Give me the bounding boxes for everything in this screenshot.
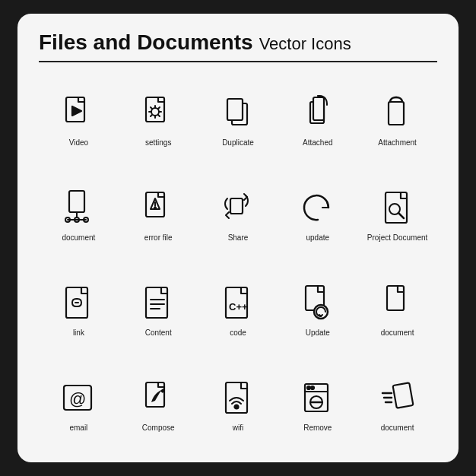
icon-cell-attachment: Attachment: [357, 75, 437, 163]
icon-error-file: [136, 186, 180, 230]
icons-grid: Video settings Duplicate Atta: [39, 75, 437, 449]
icon-project-document: [376, 186, 420, 230]
svg-rect-52: [392, 382, 413, 408]
icon-remove: [296, 376, 340, 420]
icon-label-settings: settings: [145, 138, 171, 148]
icon-label-document-flying: document: [381, 424, 414, 433]
svg-rect-40: [387, 286, 404, 310]
svg-point-25: [154, 208, 156, 209]
icon-label-update-circle: update: [306, 233, 329, 243]
icon-compose: [136, 376, 180, 420]
svg-marker-1: [72, 106, 81, 116]
svg-rect-13: [227, 99, 243, 120]
icon-cell-update-circle: update: [278, 170, 357, 259]
svg-line-8: [151, 107, 152, 109]
svg-text:@: @: [69, 389, 86, 408]
icon-label-compose: Compose: [142, 424, 175, 433]
icon-cell-link: link: [39, 265, 119, 354]
card: Files and Documents Vector Icons Video s…: [17, 14, 459, 462]
icon-cell-code: C++ code: [198, 265, 278, 354]
svg-rect-43: [146, 382, 164, 407]
svg-rect-26: [230, 198, 243, 214]
icon-cell-content: Content: [119, 265, 198, 354]
icon-label-share: Share: [228, 233, 249, 243]
icon-cell-wifi: wifi: [198, 360, 278, 449]
icon-cell-document-network: document: [39, 170, 119, 259]
icon-label-attached: Attached: [303, 138, 332, 148]
icon-cell-compose: Compose: [119, 360, 198, 449]
icon-update-circle: [296, 186, 340, 230]
header: Files and Documents Vector Icons: [39, 30, 437, 62]
icon-cell-duplicate: Duplicate: [198, 75, 278, 163]
icon-label-link: link: [73, 328, 84, 338]
icon-email: @: [56, 376, 100, 420]
svg-line-11: [158, 107, 160, 109]
icon-cell-document-flying: document: [357, 360, 437, 449]
icon-cell-attached: Attached: [278, 75, 357, 163]
icon-label-code: code: [230, 328, 246, 338]
icon-link: [56, 281, 100, 325]
icon-label-email: email: [69, 424, 87, 433]
svg-line-9: [158, 115, 160, 116]
icon-cell-email: @ email: [39, 360, 119, 449]
icon-label-video: Video: [69, 138, 88, 148]
icon-label-document-plain: document: [381, 328, 414, 338]
icon-attachment: [376, 90, 420, 135]
icon-document-network: [56, 186, 100, 230]
svg-line-10: [151, 115, 152, 116]
icon-cell-project-document: Project Document: [357, 170, 437, 259]
svg-rect-17: [69, 191, 84, 212]
icon-cell-remove: Remove: [278, 360, 357, 449]
svg-line-29: [398, 213, 404, 218]
icon-update-file: [296, 281, 340, 325]
icon-share: [216, 186, 260, 230]
title-bold: Files and Documents: [39, 30, 253, 55]
icon-code: C++: [216, 281, 260, 325]
icon-cell-settings: settings: [119, 75, 198, 163]
svg-rect-16: [389, 102, 404, 125]
svg-rect-15: [313, 97, 324, 120]
icon-label-content: Content: [145, 328, 172, 338]
icon-document-plain: [376, 281, 420, 325]
svg-point-45: [234, 405, 238, 409]
icon-content: [136, 281, 180, 325]
title-light: Vector Icons: [259, 34, 351, 54]
svg-text:C++: C++: [229, 301, 248, 313]
icon-label-duplicate: Duplicate: [222, 138, 254, 148]
icon-attached: [296, 90, 340, 135]
icon-label-attachment: Attachment: [378, 138, 417, 148]
icon-cell-error-file: error file: [119, 170, 198, 259]
icon-label-project-document: Project Document: [367, 233, 427, 243]
icon-settings: [136, 90, 180, 135]
icon-label-error-file: error file: [144, 233, 173, 243]
icon-cell-update-file: Update: [278, 265, 357, 354]
icon-duplicate: [216, 90, 260, 135]
icon-cell-video: Video: [39, 75, 119, 163]
svg-point-51: [311, 386, 314, 389]
icon-label-wifi: wifi: [233, 424, 243, 433]
icon-document-flying: [376, 376, 420, 420]
icon-label-document-network: document: [62, 233, 95, 243]
svg-rect-32: [146, 287, 167, 318]
icon-label-remove: Remove: [303, 424, 332, 433]
icon-cell-document-plain: document: [357, 265, 437, 354]
icon-label-update-file: Update: [306, 328, 330, 338]
icon-cell-share: Share: [198, 170, 278, 259]
icon-video: [56, 90, 100, 135]
icon-wifi: [216, 376, 260, 420]
svg-point-50: [307, 386, 310, 389]
